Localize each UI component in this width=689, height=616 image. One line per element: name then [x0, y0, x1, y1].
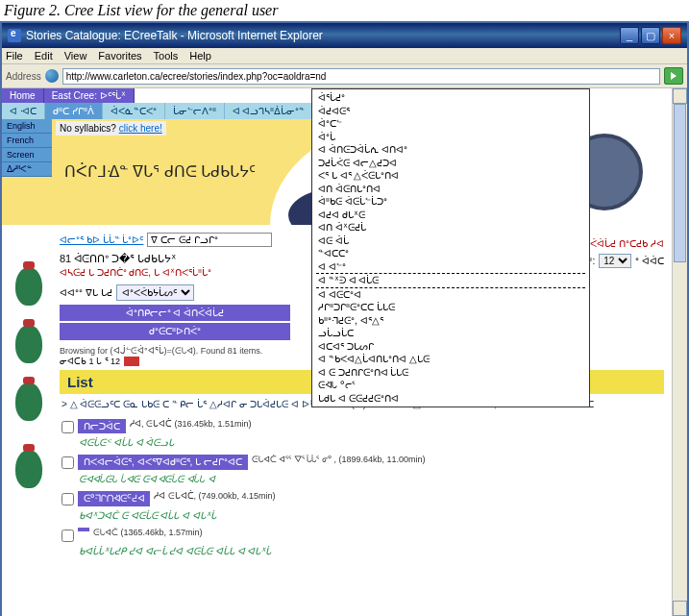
action-button-1[interactable]: ᐋᐤᑎᑭᓕᓕᐤ ᐊ ᐋᑎᐹᐋᒑᕍ — [60, 305, 290, 321]
list-item: ᑎᐸᐊᓕᐋᕮᕐ, ᐊᐸᕐᐁᐊᑯᐦᕮᕐ, ᒐ ᓕᕍᒋᐤᐊᑕ ᕮᒐᐊᑖ ᐊᕐᕐ ᐁᕐ… — [62, 455, 662, 485]
list-item: ᕮᐤᒬᒋᑎᐋᕮᑦᕍᐊ ᓱᐊ ᕮᒐᐊᑖ, (749.00kb, 4.15min) … — [62, 491, 662, 522]
menu-help[interactable]: Help — [189, 50, 211, 62]
item-title-button[interactable] — [78, 528, 89, 531]
dropdown-option[interactable]: ᐊᑕᐊᕐ ᑐᒐᔕᒋ — [316, 340, 585, 354]
item-checkbox[interactable] — [62, 493, 74, 505]
item-checkbox[interactable] — [62, 456, 74, 469]
address-bar: Address — [2, 64, 687, 88]
minimize-button[interactable]: _ — [620, 27, 639, 44]
dropdown-option[interactable]: ᐊ ᕮ ᑐᕍᑎᒋᕮᐤᑎᐊ ᒑᒐᕮ — [316, 366, 585, 380]
per-page-select[interactable]: 12 — [599, 254, 631, 268]
titlebar: Stories Catalogue: ECreeTalk - Microsoft… — [2, 23, 687, 48]
tab-1[interactable]: ᑯᐦᑕ ᓯᒋᐦᐲ — [45, 103, 103, 119]
dropdown-option[interactable]: ᐊ ᐋᑎᕮᑐᐋᒑᕇ ᐊᑎᐊᐤ — [316, 143, 585, 157]
tab-0[interactable]: ᐊ ᐗᑕ — [2, 103, 45, 119]
dropdown-option[interactable]: ᐊ ᓐᑲᐸᐊ△ᒑᐊᑎᒐᐤᑎᐊ △ᒐᕮ — [316, 353, 585, 366]
vertical-scrollbar[interactable] — [672, 88, 687, 616]
item-meta: ᕮᒐᐊᑖ ᐊᕐᕐ ᐁᕐ ᒑᒑᕐ ᓂᐤ , (1899.64kb, 11.00mi… — [252, 455, 426, 465]
dropdown-option[interactable]: ᐸᕐ ᒐ ᐊᕐ △ᐹᕮᒐᐤᑎᐊ — [316, 169, 585, 183]
search-input[interactable] — [147, 233, 272, 247]
scroll-up-icon[interactable] — [673, 88, 687, 104]
syllabics-prompt: No syllabics? click here! — [56, 121, 166, 136]
go-button[interactable] — [664, 67, 683, 85]
sort-select[interactable]: ᐊᐤᐸᐹᑲᔭᒑᔕᑦ — [116, 284, 194, 301]
dropdown-option[interactable]: ᐋᐤᑕᓪ — [316, 117, 585, 131]
category-dropdown[interactable]: ᐋᕐᒑᕍᐤᐋᕍᐊᕮᕐᐋᐤᑕᓪᐋᐤᒑᐊ ᐋᑎᕮᑐᐋᒑᕇ ᐊᑎᐊᐤᑐᕍᒑᐹᕮ ᐊᓕ△… — [311, 88, 590, 407]
item-meta: ᕮᒐᐊᑖ (1365.46kb, 1.57min) — [93, 528, 203, 538]
dropdown-option[interactable]: ᓱᒋᐦᑐᒋᐦᕮᐤᑕᑕ ᒑᒐᕮ — [316, 301, 585, 314]
list-item: ᑎᓕᑐᐋᑕ ᓱᐊ, ᕮᒐᐊᑖ (316.45kb, 1.51min) ᐊᕮᒑᕮᑉ… — [62, 419, 662, 449]
dropdown-option[interactable]: ᐊᑎ ᐋᕮᑎᒐᐤᑎᐊ — [316, 183, 585, 196]
dropdown-option[interactable]: ᐋᕍᐊᕮᕐ — [316, 105, 585, 118]
sort-label: ᐊᐊᐤᐤ ᐁᒐ ᒐᕍ — [60, 287, 112, 298]
dropdown-option[interactable]: ᐊᕍᐊ ᑯᒐᕽᕮ — [316, 209, 585, 222]
maximize-button[interactable]: ▢ — [641, 27, 660, 44]
breadcrumb-home[interactable]: Home — [2, 88, 44, 103]
next-page-icon[interactable] — [124, 357, 139, 366]
action-button-2[interactable]: ᑯᐤᕮᑕᐦᐅᑎᐹᐤ — [60, 323, 290, 340]
dropdown-option[interactable]: ᐋᕐᒑᕍᐤ — [316, 91, 585, 105]
item-desc: ᐊᕮᒑᕮᑉ ᐊᒑᒐ ᐊ ᐋᕮᓗᒐ — [62, 437, 662, 449]
dropdown-option[interactable]: ᐊ ᐊᕮᑕᐤᐊ — [316, 288, 585, 302]
side-french[interactable]: French — [2, 134, 52, 148]
item-meta: ᓱᐊ ᕮᒐᐊᑖ, (749.00kb, 4.15min) — [154, 491, 276, 502]
dropdown-option[interactable]: ᓗᒑᓗᒑᑕ — [316, 327, 585, 340]
item-title-button[interactable]: ᕮᐤᒬᒋᑎᐋᕮᑦᕍᐊ — [78, 491, 150, 506]
item-checkbox[interactable] — [62, 421, 74, 433]
item-meta: ᓱᐊ, ᕮᒐᐊᑖ (316.45kb, 1.51min) — [130, 419, 252, 430]
menu-view[interactable]: View — [64, 50, 87, 62]
syllabics-text: No syllabics? — [60, 123, 116, 134]
window-title: Stories Catalogue: ECreeTalk - Microsoft… — [26, 29, 323, 42]
menu-file[interactable]: File — [6, 50, 23, 62]
breadcrumb-section[interactable]: East Cree: ᐅᑦᕐᒑᕽ — [44, 88, 135, 103]
item-checkbox[interactable] — [62, 530, 74, 542]
dropdown-option[interactable]: ᐊᑎ ᐋᕽᕮᕍᒑ — [316, 221, 585, 234]
menu-favorites[interactable]: Favorites — [98, 50, 141, 62]
menu-edit[interactable]: Edit — [35, 50, 53, 62]
tab-3[interactable]: ᒑᓂᓪᓕᐱᐤᐦ — [165, 103, 225, 119]
close-button[interactable]: × — [662, 27, 681, 44]
dropdown-option[interactable]: ᐋᐤᒑ — [316, 131, 585, 144]
menu-tools[interactable]: Tools — [154, 50, 179, 62]
dropdown-option[interactable]: ᐊᕮ ᐋᒑ — [316, 234, 585, 248]
item-desc: ᕮᐊᐊᒑᕮᒐ ᒑᐊᕮ ᕮᐊ ᐊᕮᒑᕮ ᐊᒑᒐ ᐊ — [62, 474, 662, 485]
dropdown-option[interactable]: ᐊ ᓐᕽᕭ ᐊ ᐊᒑᕮ — [316, 273, 585, 288]
item-title-button[interactable]: ᑎᐸᐊᓕᐋᕮᕐ, ᐊᐸᕐᐁᐊᑯᐦᕮᕐ, ᒐ ᓕᕍᒋᐤᐊᑕ — [78, 455, 248, 470]
side-screen[interactable]: Screen — [2, 148, 52, 162]
item-desc: ᑲᐊᕽᑐᐊᑖ ᕮ ᐊᕮᒑᕮ ᐊᒑᒐ ᐊ ᐊᒐᕽᒑ — [62, 510, 662, 522]
side-english[interactable]: English — [2, 119, 52, 134]
dropdown-option[interactable]: ᓐᐊᑕᑕᐤ — [316, 247, 585, 260]
item-desc: ᑲᐊᒑᒑᕽᒐᕍᑭ ᕍᐊ ᐊᓕᒑ ᕍᐊ ᐊᕮᒑᕮ ᐊᒑᒐ ᐊ ᐊᒐᕽᒑ — [62, 546, 662, 557]
dropdown-option[interactable]: ᑲᐦᐤᒬᕍᕮᐤ, ᐊᕐ△ᕐ — [316, 314, 585, 328]
tab-2[interactable]: ᐋᐸᓈᓐᑕᐸᐤ — [103, 103, 165, 119]
page-title: ᑎᐹᒋᒧᐎᓐ ᐁᒐᕐ ᑯᑎᕮ ᒐᑯᑲᒐᔭᑦ — [64, 162, 256, 181]
dropdown-option[interactable]: ᑐᕍᒑᐹᕮ ᐊᓕ△ᕍᑐᐊ — [316, 157, 585, 170]
menubar: File Edit View Favorites Tools Help — [2, 48, 687, 64]
syllabics-link[interactable]: click here! — [119, 123, 162, 134]
dropdown-option[interactable]: ᕮᐋᒐ ᐤᓕᕐ — [316, 379, 585, 392]
tab-4[interactable]: ᐊ ᐊᓗᒉᓴᐦᐄᒑᓂᐤᓐ — [225, 103, 314, 119]
ie-icon — [8, 29, 21, 42]
item-title-button[interactable]: ᑎᓕᑐᐋᑕ — [78, 419, 126, 433]
scroll-thumb[interactable] — [674, 104, 686, 262]
dropdown-option[interactable]: ᒐᑯᒐ ᐊ ᕮᕮᕍᕍᕮᐤᑎᐊ — [316, 392, 585, 406]
address-input[interactable] — [62, 68, 660, 85]
page-viewport: Home East Cree: ᐅᑦᕐᒑᕽ ᐊ ᐗᑕ ᑯᐦᑕ ᓯᒋᐦᐲ ᐋᐸᓈᓐ… — [2, 88, 687, 616]
browser-window: Stories Catalogue: ECreeTalk - Microsoft… — [0, 21, 689, 616]
scroll-down-icon[interactable] — [673, 601, 687, 616]
dropdown-option[interactable]: ᐋᐦᑲᕮ ᐋᕮᒑᓪᒑᑐᐤ — [316, 195, 585, 209]
globe-icon — [45, 69, 59, 83]
dropdown-option[interactable]: ᐊ ᐊᓪᐤ — [316, 260, 585, 274]
per-page-suffix: ᐤ ᐋᐋᑕ — [635, 256, 664, 266]
search-mode-link[interactable]: ᐊᓕᐤᕐ ᑲᐅ ᒑᒑᓐ ᒑᐤᐅᑦ — [60, 234, 143, 245]
address-label: Address — [6, 71, 41, 82]
figure-caption: Figure 2. Cree List view for the general… — [0, 0, 689, 21]
list-item: ᕮᒐᐊᑖ (1365.46kb, 1.57min) ᑲᐊᒑᒑᕽᒐᕍᑭ ᕍᐊ ᐊᓕ… — [62, 528, 662, 557]
side-cree[interactable]: ᐃᓱᐦᐸᓐ — [2, 162, 52, 177]
pager-text: ᓂᐊᑕᑲ 1 ᒐ ᕐ 12 — [60, 357, 120, 366]
